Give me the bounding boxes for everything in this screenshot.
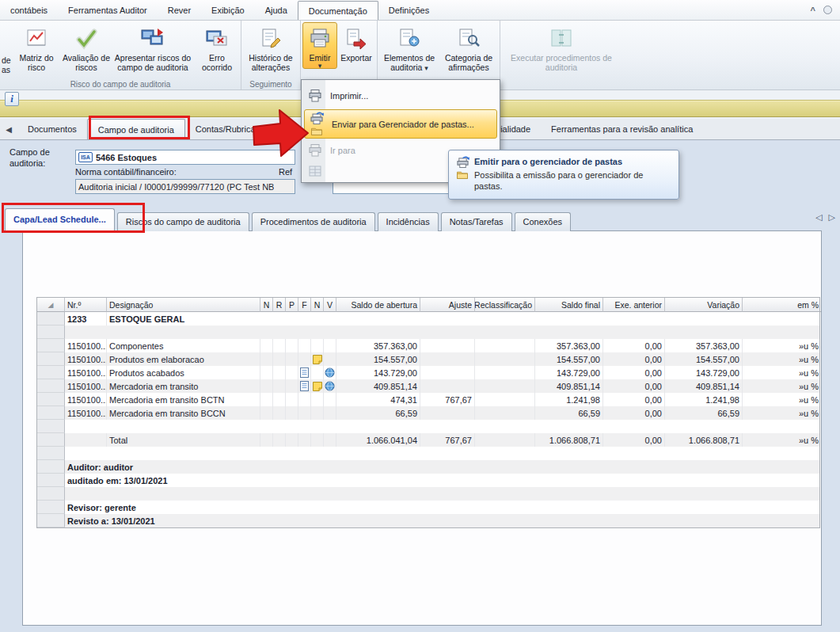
- emitir-button[interactable]: Emitir ▾: [302, 22, 337, 69]
- menu-item-imprimir[interactable]: Imprimir...: [303, 82, 498, 109]
- cell-exe-anterior: 0,00: [603, 393, 665, 406]
- cell-flag: [324, 393, 336, 406]
- col-designacao[interactable]: Designação: [107, 298, 260, 312]
- grid-row-empty[interactable]: [37, 447, 819, 460]
- exportar-label: Exportar: [340, 53, 372, 63]
- cell-saldo-abertura: 1.066.041,04: [336, 433, 420, 447]
- col-ajuste[interactable]: Ajuste: [420, 298, 475, 312]
- subtab-incidencias[interactable]: Incidências: [378, 212, 439, 231]
- menu-documentacao[interactable]: Documentação: [298, 1, 378, 20]
- col-saldo-abertura[interactable]: Saldo de abertura: [336, 298, 420, 312]
- cell-revisto-a: Revisto a: 13/01/2021: [65, 514, 819, 527]
- col-exe-anterior[interactable]: Exe. anterior: [603, 298, 665, 312]
- menu-contabeis[interactable]: contábeis: [0, 0, 58, 20]
- cell-flag: [286, 393, 298, 406]
- menu-ajuda[interactable]: Ajuda: [255, 0, 298, 20]
- cell-designacao: Mercadoria em transito: [107, 379, 260, 393]
- avaliacao-riscos-button[interactable]: Avaliação de riscos: [62, 22, 111, 74]
- tab-documentos[interactable]: Documentos: [17, 119, 87, 139]
- subtab-scroll-left-icon[interactable]: ◁: [815, 212, 822, 223]
- row-selector: [37, 474, 65, 487]
- cell-em-pct: »u %: [743, 379, 821, 393]
- clipped-button[interactable]: des as: [2, 22, 11, 75]
- grid-row-empty[interactable]: [37, 487, 819, 501]
- row-selector: [37, 433, 65, 447]
- cell-flag: [273, 339, 286, 352]
- menu-definicoes[interactable]: Definições: [378, 0, 439, 20]
- subtab-notas-tarefas[interactable]: Notas/Tarefas: [441, 212, 512, 231]
- cell-flag: [286, 366, 298, 379]
- col-f1[interactable]: R: [273, 298, 286, 312]
- col-saldo-final[interactable]: Saldo final: [535, 298, 603, 312]
- tab-ferramentas-revisao-analitica[interactable]: Ferramentas para a revisão analítica: [541, 119, 703, 139]
- cell-exe-anterior: 0,00: [603, 339, 665, 352]
- grid-row-info[interactable]: Revisor: gerente: [37, 501, 819, 514]
- menu-rever[interactable]: Rever: [158, 0, 201, 20]
- cell-ajuste: 767,67: [420, 433, 475, 447]
- cell-nr: 1150100...: [65, 366, 107, 379]
- grid-row[interactable]: 1150100... Produtos em elaboracao 154.55…: [37, 352, 819, 366]
- col-f2[interactable]: P: [286, 298, 298, 312]
- col-f0[interactable]: N: [260, 298, 273, 312]
- grid-row[interactable]: 1150100... Mercadoria em transito BCTN 4…: [37, 393, 819, 406]
- cell-variacao: 357.363,00: [665, 339, 743, 352]
- menu-ferramentas-auditor[interactable]: Ferramentas Auditor: [58, 0, 158, 20]
- grid-row-total[interactable]: Total 1.066.041,04 767,67 1.066.808,71 0…: [37, 433, 819, 447]
- ref-label: Ref: [279, 167, 292, 177]
- col-f3[interactable]: F: [298, 298, 311, 312]
- folder-icon: [310, 126, 323, 136]
- exportar-button[interactable]: Exportar: [337, 22, 375, 63]
- col-reclassificacao[interactable]: Reclassificação: [475, 298, 535, 312]
- cell-variacao: 143.729,00: [665, 366, 743, 379]
- col-em-pct[interactable]: em %: [743, 298, 821, 312]
- emitir-dropdown-arrow-icon: ▾: [318, 63, 322, 68]
- norma-field[interactable]: Auditoria inicial / I00001/99999/77120 (…: [75, 179, 295, 194]
- grid-row-info[interactable]: Auditor: auditor: [37, 460, 819, 474]
- cell-reclassificacao: [475, 379, 535, 393]
- categoria-afirmacoes-button[interactable]: Categoria de afirmações: [439, 22, 498, 74]
- grid-row-info[interactable]: Revisto a: 13/01/2021: [37, 514, 819, 527]
- row-selector: [37, 460, 65, 474]
- grid-row-empty[interactable]: [37, 420, 819, 433]
- cell-flag: [260, 366, 273, 379]
- erro-ocorrido-button[interactable]: Erro ocorrido: [195, 22, 239, 74]
- info-icon[interactable]: i: [5, 92, 19, 106]
- cell-flag: [311, 379, 324, 393]
- col-f5[interactable]: V: [324, 298, 336, 312]
- grid-row[interactable]: 1150100... Produtos acabados 143.729,00 …: [37, 366, 819, 379]
- grid-row[interactable]: 1150100... Mercadoria em transito 409.85…: [37, 379, 819, 393]
- historico-alteracoes-button[interactable]: Histórico de alterações: [243, 22, 298, 74]
- tab-scroll-left-icon[interactable]: ◀: [0, 119, 17, 139]
- collapse-ribbon-icon[interactable]: ^: [811, 6, 815, 15]
- tooltip-body: Possibilita a emissão para o gerenciador…: [474, 169, 672, 192]
- elementos-auditoria-button[interactable]: Elementos de auditoria ▾: [379, 22, 439, 74]
- folder-icon: [455, 169, 469, 180]
- select-all-cell[interactable]: ◢: [37, 298, 65, 312]
- apresentar-riscos-button[interactable]: Apresentar riscos do campo de auditoria: [111, 22, 195, 74]
- export-icon: [343, 25, 370, 52]
- menu-item-enviar-gerenciador[interactable]: Enviar para Gerenciador de pastas...: [304, 109, 497, 139]
- empty-cell: [65, 420, 819, 433]
- cell-flag: [298, 393, 311, 406]
- menu-item-ir-para-label: Ir para: [330, 146, 355, 155]
- check-icon: [73, 25, 100, 52]
- cell-saldo-final: 1.241,98: [535, 393, 603, 406]
- col-nr[interactable]: Nr.º: [65, 298, 107, 312]
- menu-exibicao[interactable]: Exibição: [201, 0, 255, 20]
- matriz-risco-button[interactable]: Matriz do risco: [11, 22, 62, 74]
- group-label-risco: Risco do campo de auditoria: [0, 80, 241, 89]
- avaliacao-riscos-label: Avaliação de riscos: [63, 53, 110, 73]
- grid-row[interactable]: 1150100... Componentes 357.363,00 357.36…: [37, 339, 819, 352]
- empty-cell: [65, 487, 819, 501]
- cell-flag: [273, 379, 286, 393]
- subtab-conexoes[interactable]: Conexões: [515, 212, 572, 231]
- grid-row-info[interactable]: auditado em: 13/01/2021: [37, 474, 819, 487]
- col-variacao[interactable]: Variação: [665, 298, 743, 312]
- grid-row-group[interactable]: 1233 ESTOQUE GERAL: [37, 312, 819, 326]
- subtab-scroll-right-icon[interactable]: ▷: [828, 212, 834, 223]
- grid-row-empty[interactable]: [37, 326, 819, 339]
- col-f4[interactable]: N: [311, 298, 324, 312]
- grid-row[interactable]: 1150100... Mercadoria em transito BCCN 6…: [37, 406, 819, 420]
- subtab-procedimentos[interactable]: Procedimentos de auditoria: [252, 212, 375, 231]
- cell-flag: [286, 433, 298, 447]
